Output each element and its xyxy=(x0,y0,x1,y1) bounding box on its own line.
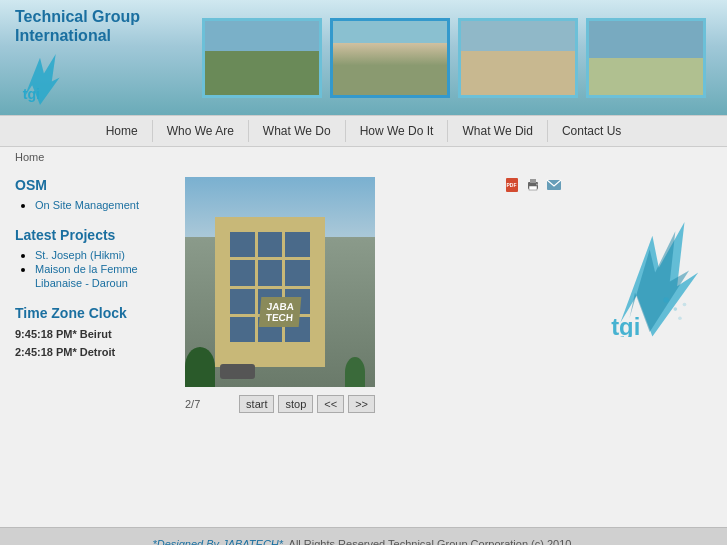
breadcrumb: Home xyxy=(0,147,727,167)
tgi-logo-large: tgi xyxy=(602,217,702,327)
svg-text:tgi: tgi xyxy=(23,86,40,102)
header: Technical Group International tgi xyxy=(0,0,727,115)
nav-who-we-are[interactable]: Who We Are xyxy=(153,120,249,142)
slideshow-stop-button[interactable]: stop xyxy=(278,395,313,413)
logo-text: Technical Group International xyxy=(15,7,165,45)
svg-rect-6 xyxy=(529,186,537,190)
slideshow-prev-button[interactable]: << xyxy=(317,395,344,413)
email-icon[interactable] xyxy=(546,177,562,193)
center-content: PDF xyxy=(175,167,577,527)
header-photo-4 xyxy=(586,18,706,98)
pdf-icon[interactable]: PDF xyxy=(504,177,520,193)
navigation: Home Who We Are What We Do How We Do It … xyxy=(0,115,727,147)
print-icon[interactable] xyxy=(525,177,541,193)
project-link-1[interactable]: St. Joseph (Hikmi) xyxy=(35,249,125,261)
header-photo-3 xyxy=(458,18,578,98)
header-photo-2 xyxy=(330,18,450,98)
slideshow-controls: 2/7 start stop << >> xyxy=(185,395,375,413)
svg-point-7 xyxy=(536,184,538,186)
slideshow-next-button[interactable]: >> xyxy=(348,395,375,413)
svg-point-11 xyxy=(663,297,669,303)
projects-list: St. Joseph (Hikmi) Maison de la Femme Li… xyxy=(15,248,160,290)
time-zone-clock: 9:45:18 PM* Beirut 2:45:18 PM* Detroit xyxy=(15,326,160,361)
nav-what-we-did[interactable]: What We Did xyxy=(448,120,547,142)
footer-rights: , All Rights Reserved Technical Group Co… xyxy=(283,538,574,545)
osm-link-1[interactable]: On Site Management xyxy=(35,199,139,211)
svg-text:PDF: PDF xyxy=(507,182,517,188)
svg-rect-5 xyxy=(530,179,536,183)
footer: *Designed By JABATECH*, All Rights Reser… xyxy=(0,527,727,545)
osm-heading: OSM xyxy=(15,177,160,193)
logo-area: Technical Group International tgi xyxy=(0,0,180,115)
right-panel: tgi xyxy=(577,167,727,527)
slideshow-start-button[interactable]: start xyxy=(239,395,274,413)
clock-detroit: 2:45:18 PM* Detroit xyxy=(15,344,160,362)
slide-counter: 2/7 xyxy=(185,398,200,410)
slideshow: JABATECH 2/7 start stop << >> xyxy=(185,177,375,413)
osm-list: On Site Management xyxy=(15,198,160,212)
svg-point-12 xyxy=(674,307,678,311)
project-link-2[interactable]: Maison de la Femme Libanaise - Daroun xyxy=(35,263,138,289)
projects-heading: Latest Projects xyxy=(15,227,160,243)
nav-contact-us[interactable]: Contact Us xyxy=(548,120,635,142)
building-photo: JABATECH xyxy=(185,177,375,387)
header-images xyxy=(180,8,727,108)
icon-row: PDF xyxy=(504,177,562,193)
slideshow-image: JABATECH xyxy=(185,177,375,387)
svg-point-13 xyxy=(683,303,687,307)
footer-designed-by[interactable]: *Designed By JABATECH* xyxy=(152,538,283,545)
main-content: OSM On Site Management Latest Projects S… xyxy=(0,167,727,527)
tgi-logo-icon: tgi xyxy=(15,50,65,105)
header-photo-1 xyxy=(202,18,322,98)
clock-heading: Time Zone Clock xyxy=(15,305,160,321)
clock-beirut: 9:45:18 PM* Beirut xyxy=(15,326,160,344)
nav-home[interactable]: Home xyxy=(92,120,153,142)
sidebar: OSM On Site Management Latest Projects S… xyxy=(0,167,175,527)
svg-text:tgi: tgi xyxy=(611,313,640,337)
nav-what-we-do[interactable]: What We Do xyxy=(249,120,346,142)
svg-point-14 xyxy=(678,316,682,320)
nav-how-we-do-it[interactable]: How We Do It xyxy=(346,120,449,142)
